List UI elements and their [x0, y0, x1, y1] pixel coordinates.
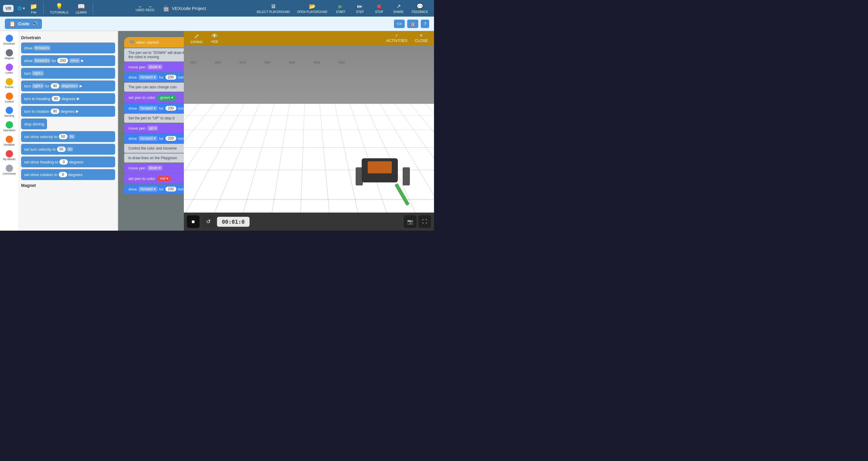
code-canvas[interactable]: 🏁 when started The pen set to "DOWN" wil… [118, 31, 434, 230]
sim-close-btn[interactable]: ✕ CLOSE [412, 32, 431, 44]
block-right2-dropdown[interactable]: right ▾ [32, 84, 43, 88]
categories-sidebar: Drivetrain Magnet Looks Events Control S… [0, 31, 19, 230]
block-right-dropdown[interactable]: right ▾ [32, 71, 43, 76]
block-turn-to-rotation[interactable]: turn to rotation 90 degrees ▶ [21, 106, 115, 117]
tutorials-btn[interactable]: 💡 TUTORIALS [47, 1, 71, 16]
robot-view-btn[interactable]: 🤖 [407, 20, 418, 28]
help-btn[interactable]: ? [421, 20, 429, 28]
pen-down2-dropdown[interactable]: down ▾ [147, 165, 162, 171]
sidebar-item-sensing[interactable]: Sensing [1, 105, 18, 119]
block-sdv-text: set drive velocity to [24, 134, 58, 139]
play4-icon: ▶ [76, 109, 79, 113]
robot-body [362, 158, 398, 182]
block-90-input[interactable]: 90 [51, 83, 59, 89]
fullscreen-icon: ⛶ [422, 219, 427, 224]
canvas-200-input[interactable]: 200 [165, 75, 176, 80]
block-rotation-input[interactable]: 90 [51, 109, 59, 114]
feedback-btn[interactable]: 💬 FEEDBACK [409, 2, 431, 15]
code-view-btn[interactable]: <> [394, 20, 405, 28]
sidebar-item-variables[interactable]: Variables [1, 134, 18, 148]
undo-label: UNDO [135, 8, 144, 12]
open-pg-label: OPEN PLAYGROUND [297, 10, 327, 13]
block-200-input[interactable]: 200 [57, 58, 68, 63]
block-drive-forward[interactable]: drive forward ▾ [21, 42, 115, 53]
undo-btn[interactable]: ↩ UNDO [135, 5, 144, 12]
file-menu[interactable]: 📁 File [27, 1, 40, 16]
block-set-drive-rotation[interactable]: set drive rotation to 0 degrees [21, 169, 115, 180]
sidebar-item-magnet[interactable]: Magnet [1, 48, 18, 61]
block-stv-input[interactable]: 50 [57, 147, 66, 152]
globe-menu[interactable]: 🌐 ▾ [17, 6, 25, 10]
fullscreen-btn[interactable]: ⛶ [418, 215, 431, 228]
canvas-fwd2-dropdown[interactable]: forward ▾ [138, 106, 157, 111]
sidebar-item-comments[interactable]: Comments [1, 163, 18, 177]
pen-down-dropdown[interactable]: down ▾ [147, 64, 162, 69]
vr-logo[interactable]: VR [3, 5, 13, 12]
block-turn-right[interactable]: turn right ▾ [21, 68, 115, 79]
pen-color-red[interactable]: red ▾ [157, 176, 171, 181]
redo-btn[interactable]: ↪ REDO [146, 5, 154, 12]
sidebar-item-drivetrain[interactable]: Drivetrain [1, 33, 18, 47]
block-sdh-input[interactable]: 0 [59, 159, 68, 165]
project-name-text: VEXcode Project [172, 6, 206, 11]
block-turn-to-heading[interactable]: turn to heading 90 degrees ▶ [21, 93, 115, 104]
stop-btn[interactable]: ⏹ STOP [370, 2, 388, 15]
learn-btn[interactable]: 📖 LEARN [73, 1, 89, 16]
block-sdr-deg: degrees [68, 173, 83, 177]
block-heading-input[interactable]: 90 [52, 96, 60, 101]
start-btn[interactable]: ▶ START [332, 2, 350, 15]
block-forward-dropdown[interactable]: forward ▾ [34, 45, 50, 50]
project-icon: 🤖 [163, 5, 169, 12]
block-rotation-text: turn to rotation [24, 109, 50, 114]
variables-label: Variables [4, 144, 15, 147]
stop-icon: ⏹ [376, 3, 382, 10]
canvas-drive4-text: drive [128, 187, 137, 191]
pen-up-dropdown[interactable]: up ▾ [147, 126, 158, 130]
sidebar-item-myblocks[interactable]: My Blocks [1, 149, 18, 162]
block-forward2-dropdown[interactable]: forward ▾ [34, 58, 50, 63]
activities-btn[interactable]: ✓ ACTIVITIES [383, 32, 410, 44]
hide-btn[interactable]: 👁 HIDE [207, 31, 222, 44]
block-sdv-input[interactable]: 50 [59, 134, 67, 139]
block-set-drive-velocity[interactable]: set drive velocity to 50 % [21, 131, 115, 142]
code-tab[interactable]: 📋 Code 🔊 [5, 19, 42, 29]
sidebar-item-events[interactable]: Events [1, 77, 18, 90]
canvas-fwd4-dropdown[interactable]: forward ▾ [138, 187, 157, 191]
select-pg-label: SELECT PLAYGROUND [256, 10, 290, 13]
select-playground-btn[interactable]: 🖥 SELECT PLAYGROUND [253, 2, 293, 15]
canvas-for2-text: for [159, 106, 164, 111]
magnet-label: Magnet [4, 57, 13, 60]
camera-btn[interactable]: 📷 [404, 215, 416, 228]
block-drive-forward-200[interactable]: drive forward ▾ for 200 mm ▾ ▶ [21, 55, 115, 66]
canvas-fwd-dropdown[interactable]: forward ▾ [138, 75, 157, 80]
header-right-icons: <> 🤖 ? [394, 20, 429, 28]
share-btn[interactable]: ↗ SHARE [390, 2, 407, 15]
block-mm-dropdown[interactable]: mm ▾ [69, 58, 80, 63]
block-stop-driving[interactable]: stop driving [21, 119, 47, 129]
file-label: File [31, 10, 36, 14]
canvas-fwd3-dropdown[interactable]: forward ▾ [138, 136, 157, 141]
sidebar-item-control[interactable]: Control [1, 91, 18, 104]
sim-stop-btn[interactable]: ■ [187, 215, 199, 228]
operators-label: Operators [3, 129, 15, 132]
canvas-200-input3[interactable]: 200 [165, 136, 176, 141]
canvas-200-input2[interactable]: 200 [165, 106, 176, 111]
step-btn[interactable]: ⏭ STEP [351, 2, 369, 15]
sidebar-item-operators[interactable]: Operators [1, 120, 18, 133]
canvas-200-input4[interactable]: 200 [165, 187, 176, 191]
open-playground-btn[interactable]: 📂 OPEN PLAYGROUND [294, 2, 330, 15]
sim-reset-btn[interactable]: ↺ [202, 215, 215, 228]
expand-btn[interactable]: ⤢ EXPAND [187, 31, 206, 45]
close-label: CLOSE [415, 38, 428, 43]
block-sdr-input[interactable]: 0 [59, 172, 67, 177]
share-label: SHARE [393, 10, 404, 13]
timer-display: 00:01:0 [217, 217, 250, 227]
events-dot [6, 78, 13, 85]
sidebar-item-looks[interactable]: Looks [1, 62, 18, 76]
sim-right-btns: ✓ ACTIVITIES ✕ CLOSE [383, 32, 431, 44]
pen-color-green[interactable]: green ▾ [157, 95, 176, 100]
block-set-drive-heading[interactable]: set drive heading to 0 degrees [21, 156, 115, 167]
block-set-turn-velocity[interactable]: set turn velocity to 50 % [21, 144, 115, 155]
block-turn-right-90[interactable]: turn right ▾ for 90 degrees ▾ ▶ [21, 81, 115, 91]
block-deg-dropdown[interactable]: degrees ▾ [61, 84, 78, 88]
